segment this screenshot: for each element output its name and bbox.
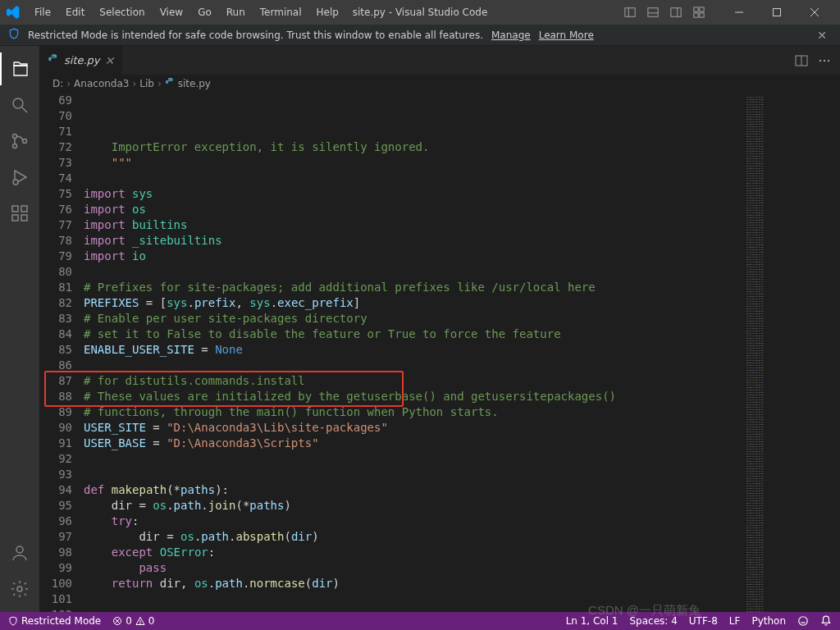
settings-gear-icon[interactable] [0, 573, 39, 605]
python-file-icon [165, 77, 175, 89]
svg-rect-4 [671, 8, 681, 17]
menu-run[interactable]: Run [220, 4, 252, 21]
tab-bar: site.py ✕ [39, 46, 840, 75]
notifications-bell-icon[interactable] [820, 615, 832, 627]
breadcrumbs[interactable]: D:›Anaconda3›Lib›site.py [39, 75, 840, 93]
minimap[interactable]: ▬▬ ▬▬ ▬▬ ▬▬ ▬▬ ▬▬ ▬▬ ▬▬ ▬▬ ▬▬ ▬▬ ▬▬ ▬▬ ▬… [742, 93, 840, 612]
svg-point-36 [799, 617, 808, 626]
eol-status[interactable]: LF [729, 615, 741, 627]
svg-point-17 [13, 144, 17, 148]
svg-rect-22 [21, 215, 27, 221]
errors-warnings-status[interactable]: 0 0 [112, 615, 154, 627]
svg-point-28 [819, 59, 821, 61]
shield-icon [8, 28, 20, 42]
svg-rect-23 [21, 206, 27, 212]
annotation-highlight-box [44, 371, 404, 407]
split-editor-icon[interactable] [792, 52, 810, 70]
window-close-icon[interactable] [796, 0, 833, 25]
more-actions-icon[interactable] [815, 52, 833, 70]
indent-status[interactable]: Spaces: 4 [630, 615, 678, 627]
python-file-icon [48, 53, 59, 67]
learn-more-link[interactable]: Learn More [539, 30, 594, 41]
chevron-right-icon: › [66, 78, 71, 89]
svg-rect-0 [625, 8, 635, 17]
layout-panel-bottom-icon[interactable] [643, 3, 663, 21]
layout-panel-right-icon[interactable] [666, 3, 686, 21]
search-icon[interactable] [0, 89, 39, 121]
run-debug-icon[interactable] [0, 161, 39, 194]
window-maximize-icon[interactable] [758, 0, 796, 25]
source-control-icon[interactable] [0, 125, 39, 158]
svg-point-29 [824, 59, 825, 61]
chevron-right-icon: › [158, 78, 162, 89]
close-notification-icon[interactable]: ✕ [812, 29, 832, 42]
breadcrumb-segment[interactable]: Lib [139, 78, 154, 89]
vscode-logo-icon [7, 6, 20, 19]
svg-point-14 [13, 98, 23, 108]
tab-label: site.py [64, 54, 100, 66]
menu-terminal[interactable]: Terminal [253, 4, 308, 21]
encoding-status[interactable]: UTF-8 [689, 615, 718, 627]
activity-bar [0, 46, 39, 612]
svg-point-16 [13, 135, 17, 139]
svg-rect-21 [12, 215, 18, 221]
svg-rect-2 [648, 8, 658, 17]
menu-help[interactable]: Help [310, 4, 345, 21]
code-editor[interactable]: ImportError exception, it is silently ig… [84, 93, 742, 612]
menu-edit[interactable]: Edit [59, 4, 91, 21]
menu-file[interactable]: File [28, 4, 57, 21]
svg-point-25 [17, 587, 22, 591]
status-bar: Restricted Mode 0 0 Ln 1, Col 1 Spaces: … [0, 612, 840, 630]
manage-link[interactable]: Manage [491, 30, 531, 41]
window-minimize-icon[interactable] [720, 0, 758, 25]
svg-line-15 [22, 107, 27, 112]
svg-rect-8 [694, 13, 698, 17]
layout-panel-left-icon[interactable] [620, 3, 640, 21]
svg-rect-9 [700, 13, 704, 17]
breadcrumb-segment[interactable]: site.py [178, 78, 211, 89]
breadcrumb-segment[interactable]: D: [52, 78, 63, 89]
layout-customize-icon[interactable] [689, 3, 709, 21]
svg-rect-11 [774, 9, 781, 16]
restricted-mode-status[interactable]: Restricted Mode [8, 615, 101, 627]
svg-rect-20 [12, 206, 18, 212]
svg-point-19 [13, 180, 18, 185]
restricted-info-bar: Restricted Mode is intended for safe cod… [0, 25, 840, 46]
cursor-position-status[interactable]: Ln 1, Col 1 [566, 615, 619, 627]
line-number-gutter: 6970717273747576777879808182838485868788… [39, 93, 84, 612]
svg-point-24 [16, 546, 23, 553]
menu-selection[interactable]: Selection [93, 4, 151, 21]
titlebar: FileEditSelectionViewGoRunTerminalHelp s… [0, 0, 840, 25]
extensions-icon[interactable] [0, 197, 39, 230]
svg-rect-7 [700, 7, 704, 11]
svg-rect-6 [694, 7, 698, 11]
menu-view[interactable]: View [153, 4, 189, 21]
svg-point-35 [139, 623, 140, 624]
language-status[interactable]: Python [751, 615, 786, 627]
chevron-right-icon: › [132, 78, 136, 89]
restricted-message: Restricted Mode is intended for safe cod… [28, 30, 483, 41]
svg-point-30 [828, 59, 829, 61]
explorer-icon[interactable] [0, 52, 39, 85]
breadcrumb-segment[interactable]: Anaconda3 [74, 78, 129, 89]
tab-close-icon[interactable]: ✕ [105, 54, 115, 67]
menu-go[interactable]: Go [191, 4, 218, 21]
feedback-icon[interactable] [797, 615, 809, 627]
accounts-icon[interactable] [0, 536, 39, 569]
tab-site-py[interactable]: site.py ✕ [39, 46, 122, 75]
